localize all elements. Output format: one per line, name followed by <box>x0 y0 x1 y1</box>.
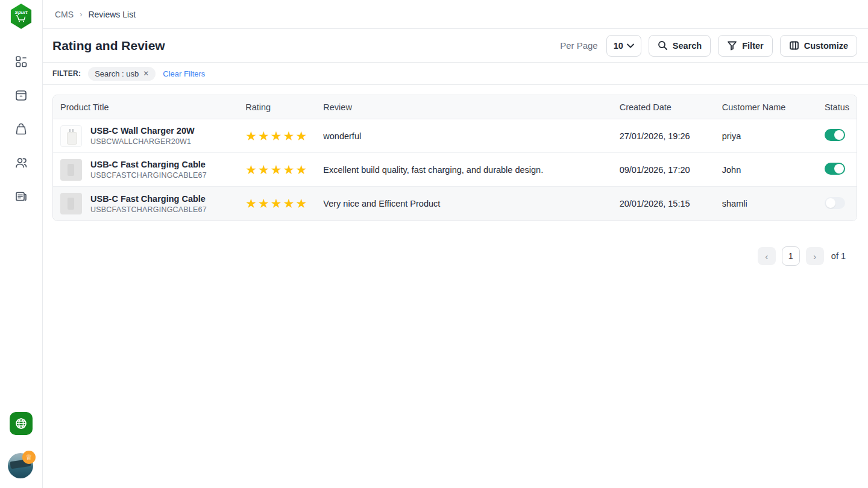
package-icon <box>14 88 28 102</box>
current-page-box[interactable]: 1 <box>782 246 800 266</box>
column-header-rating: Rating <box>238 95 316 119</box>
premium-crown-badge: ♕ <box>22 451 36 464</box>
sidebar-bottom: ♕ <box>8 412 34 478</box>
product-title: USB-C Wall Charger 20W <box>90 126 195 136</box>
product-sku: USBCFASTCHARGINGCABLE67 <box>90 171 207 180</box>
status-toggle[interactable] <box>825 197 845 209</box>
next-page-button[interactable]: › <box>806 247 824 265</box>
customize-button[interactable]: Customize <box>780 35 857 57</box>
per-page-value: 10 <box>614 41 623 51</box>
status-toggle[interactable] <box>825 163 845 175</box>
created-date: 09/01/2026, 17:20 <box>620 165 690 175</box>
filter-bar: FILTER: Search : usb ✕ Clear Filters <box>43 63 868 85</box>
rating-stars: ★★★★★ <box>245 163 308 177</box>
column-header-review: Review <box>316 95 612 119</box>
column-header-product: Product Title <box>53 95 238 119</box>
app-logo[interactable]: Spurt <box>9 4 33 29</box>
dashboard-icon <box>14 54 28 69</box>
filter-button[interactable]: Filter <box>718 35 772 57</box>
cart-icon <box>16 15 27 22</box>
created-date: 27/01/2026, 19:26 <box>620 131 690 141</box>
chevron-down-icon <box>627 43 634 48</box>
shopping-bag-icon <box>14 122 28 136</box>
status-toggle[interactable] <box>825 129 845 141</box>
customer-name: John <box>722 165 741 175</box>
column-header-customer: Customer Name <box>715 95 817 119</box>
breadcrumb-current: Reviews List <box>88 10 136 19</box>
product-thumbnail <box>60 159 82 181</box>
table-row: USB-C Fast Charging Cable USBCFASTCHARGI… <box>53 153 857 187</box>
product-sku: USBCWALLCHARGER20W1 <box>90 137 195 146</box>
product-cell: USB-C Wall Charger 20W USBCWALLCHARGER20… <box>60 125 231 147</box>
logo-text: Spurt <box>15 10 28 15</box>
product-thumbnail <box>60 125 82 147</box>
content-area: Product Title Rating Review Created Date… <box>43 85 868 266</box>
breadcrumb: CMS › Reviews List <box>43 0 868 29</box>
sidebar-item-cms[interactable] <box>13 188 30 205</box>
product-title: USB-C Fast Charging Cable <box>90 194 207 204</box>
customer-name: priya <box>722 131 741 141</box>
filter-button-label: Filter <box>742 41 763 51</box>
review-text: wonderful <box>323 131 361 141</box>
table-row: USB-C Wall Charger 20W USBCWALLCHARGER20… <box>53 119 857 153</box>
created-date: 20/01/2026, 15:15 <box>620 199 690 208</box>
sidebar-item-customers[interactable] <box>13 154 30 171</box>
globe-icon <box>14 417 28 430</box>
sidebar-nav <box>13 53 30 205</box>
column-header-status: Status <box>817 95 857 119</box>
rating-stars: ★★★★★ <box>245 196 308 210</box>
clear-filters-link[interactable]: Clear Filters <box>163 69 205 78</box>
crown-icon: ♕ <box>26 453 33 461</box>
sidebar-item-products[interactable] <box>13 87 30 104</box>
title-bar: Rating and Review Per Page 10 Search <box>43 29 868 63</box>
column-header-created: Created Date <box>612 95 715 119</box>
language-globe-button[interactable] <box>10 412 33 435</box>
sidebar: Spurt <box>0 0 43 488</box>
product-cell: USB-C Fast Charging Cable USBCFASTCHARGI… <box>60 159 231 181</box>
remove-filter-icon[interactable]: ✕ <box>143 69 149 78</box>
breadcrumb-cms[interactable]: CMS <box>55 10 74 19</box>
rating-stars: ★★★★★ <box>245 129 308 143</box>
table-row: USB-C Fast Charging Cable USBCFASTCHARGI… <box>53 187 857 221</box>
filter-funnel-icon <box>727 40 737 51</box>
current-page-number: 1 <box>788 251 793 261</box>
sidebar-item-orders[interactable] <box>13 120 30 137</box>
customer-name: shamli <box>722 199 747 208</box>
page-title: Rating and Review <box>52 39 165 53</box>
search-icon <box>658 40 668 51</box>
chevron-right-icon: › <box>813 251 816 261</box>
reviews-table: Product Title Rating Review Created Date… <box>52 95 857 221</box>
news-icon <box>14 189 28 204</box>
chevron-left-icon: ‹ <box>765 251 768 261</box>
product-title: USB-C Fast Charging Cable <box>90 160 207 169</box>
spurt-logo-icon: Spurt <box>10 4 33 29</box>
app-root: Spurt <box>0 0 868 488</box>
search-button[interactable]: Search <box>649 35 711 57</box>
per-page-select[interactable]: 10 <box>606 35 641 57</box>
review-text: Excellent build quality, fast charging, … <box>323 165 543 175</box>
search-button-label: Search <box>673 41 702 51</box>
product-sku: USBCFASTCHARGINGCABLE67 <box>90 205 207 214</box>
filter-chip-search-usb: Search : usb ✕ <box>88 67 156 81</box>
title-actions: Per Page 10 Search F <box>560 35 857 57</box>
columns-icon <box>789 40 799 51</box>
users-icon <box>14 155 28 170</box>
product-cell: USB-C Fast Charging Cable USBCFASTCHARGI… <box>60 193 231 214</box>
main-area: CMS › Reviews List Rating and Review Per… <box>43 0 868 488</box>
page-count-label: of 1 <box>831 251 846 261</box>
review-text: Very nice and Efficent Product <box>323 199 440 208</box>
customize-button-label: Customize <box>804 41 848 51</box>
sidebar-item-dashboard[interactable] <box>13 53 30 70</box>
user-avatar[interactable]: ♕ <box>8 451 34 478</box>
chevron-right-icon: › <box>80 10 82 19</box>
pagination: ‹ 1 › of 1 <box>52 246 857 266</box>
table-header-row: Product Title Rating Review Created Date… <box>53 95 857 119</box>
filter-chip-label: Search : usb <box>95 69 139 78</box>
filter-bar-label: FILTER: <box>52 69 81 78</box>
product-thumbnail <box>60 193 82 214</box>
per-page-label: Per Page <box>560 40 598 51</box>
previous-page-button[interactable]: ‹ <box>758 247 776 265</box>
